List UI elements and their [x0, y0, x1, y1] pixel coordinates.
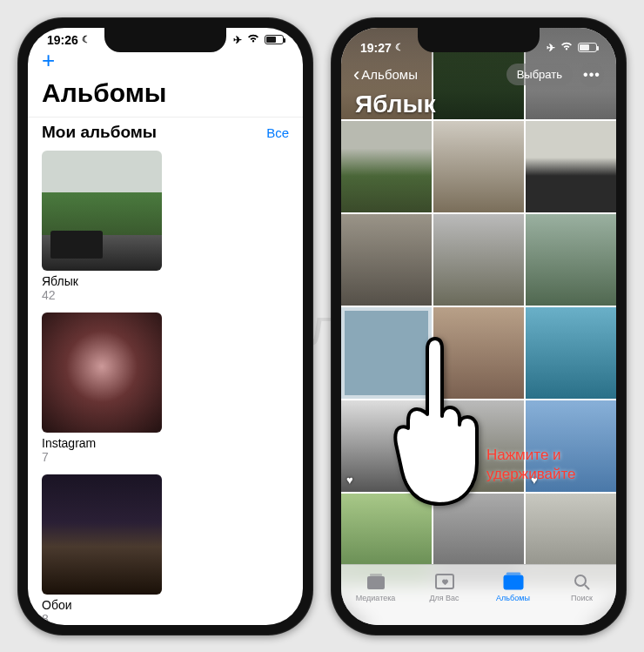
ellipsis-icon: ••• — [583, 67, 600, 83]
wifi-icon — [560, 41, 574, 54]
status-time: 19:27 — [360, 41, 392, 55]
screen-right: ♥ ♥ ♥ 19:27 ☾ ✈ — [341, 28, 616, 625]
notch — [418, 28, 540, 52]
album-thumbnail — [42, 151, 162, 271]
photo-thumbnail-selected[interactable] — [341, 307, 432, 399]
tab-for-you[interactable]: Для Вас — [410, 565, 479, 625]
battery-icon — [578, 43, 597, 52]
album-thumbnail — [42, 313, 162, 433]
album-title: Яблык — [355, 91, 435, 118]
wifi-icon — [246, 33, 260, 46]
favorite-icon: ♥ — [346, 474, 353, 487]
back-button[interactable]: ‹ Альбомы — [353, 65, 418, 84]
phone-left: 19:26 ☾ ✈ + Альбомы Мои альбомы Все Яблы… — [17, 17, 313, 635]
show-all-button[interactable]: Все — [266, 125, 289, 140]
screen-left: 19:26 ☾ ✈ + Альбомы Мои альбомы Все Яблы… — [28, 28, 303, 625]
svg-line-13 — [585, 585, 589, 589]
dnd-icon: ☾ — [82, 34, 91, 45]
tab-label: Поиск — [571, 594, 593, 602]
status-time: 19:26 — [47, 33, 78, 47]
photo-thumbnail[interactable] — [433, 121, 524, 212]
section-my-albums: Мои альбомы Все — [28, 117, 303, 147]
search-icon — [571, 572, 594, 591]
hint-text: Нажмите и удерживайте — [486, 446, 575, 484]
chevron-left-icon: ‹ — [353, 65, 359, 84]
photo-thumbnail[interactable] — [433, 307, 524, 399]
photo-thumbnail[interactable] — [526, 121, 616, 212]
page-title: Альбомы — [28, 75, 303, 117]
dnd-icon: ☾ — [395, 42, 404, 53]
phone-right: ♥ ♥ ♥ 19:27 ☾ ✈ — [331, 17, 627, 635]
tab-search[interactable]: Поиск — [547, 565, 616, 625]
album-count: 42 — [42, 288, 162, 302]
airplane-icon: ✈ — [233, 34, 242, 46]
album-item[interactable]: Яблык 42 — [42, 151, 162, 302]
svg-rect-10 — [504, 575, 523, 589]
svg-rect-7 — [367, 576, 385, 589]
airplane-icon: ✈ — [547, 42, 555, 54]
back-label: Альбомы — [361, 67, 418, 82]
add-button[interactable]: + — [42, 47, 55, 73]
more-button[interactable]: ••• — [580, 63, 604, 87]
select-button[interactable]: Выбрать — [506, 64, 573, 85]
album-count: 7 — [42, 450, 162, 464]
battery-icon — [265, 35, 284, 44]
tab-library[interactable]: Медиатека — [341, 565, 410, 625]
album-name: Яблык — [42, 274, 162, 288]
heart-icon — [433, 572, 456, 591]
notch — [104, 28, 226, 52]
tab-bar: Медиатека Для Вас Альбомы Поиск — [341, 564, 616, 625]
photo-thumbnail[interactable] — [526, 214, 616, 306]
tab-label: Медиатека — [356, 594, 396, 602]
svg-rect-8 — [370, 574, 382, 576]
photo-thumbnail[interactable] — [526, 307, 616, 399]
svg-rect-11 — [506, 573, 520, 575]
photo-thumbnail[interactable] — [341, 121, 432, 212]
tab-albums[interactable]: Альбомы — [479, 565, 547, 625]
album-count: 8 — [42, 612, 162, 625]
album-thumbnail — [42, 474, 162, 595]
photo-thumbnail[interactable]: ♥ — [341, 400, 432, 492]
tab-label: Альбомы — [496, 594, 530, 602]
album-grid: Яблык 42 Instagram 7 Обои 8 — [28, 147, 303, 625]
albums-icon — [502, 572, 525, 591]
photo-thumbnail[interactable] — [341, 214, 432, 306]
svg-point-12 — [575, 575, 586, 586]
library-icon — [365, 572, 387, 591]
album-item[interactable]: Instagram 7 — [42, 313, 162, 464]
section-title: Мои альбомы — [42, 123, 157, 142]
tab-label: Для Вас — [429, 594, 459, 602]
album-item[interactable]: Обои 8 — [42, 474, 162, 625]
album-name: Обои — [42, 598, 162, 612]
photo-thumbnail[interactable] — [433, 214, 524, 306]
album-detail-view: ♥ ♥ ♥ 19:27 ☾ ✈ — [341, 28, 616, 625]
album-name: Instagram — [42, 436, 162, 450]
